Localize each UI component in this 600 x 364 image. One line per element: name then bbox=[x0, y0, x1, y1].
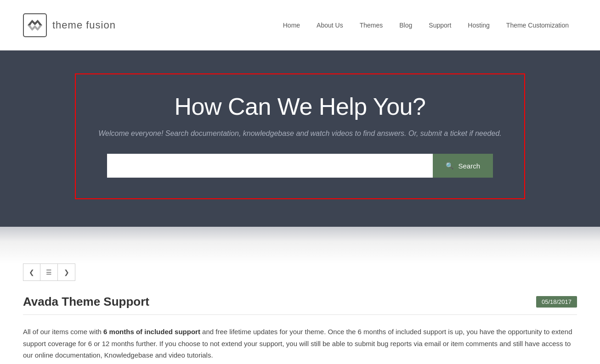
nav-theme-customization[interactable]: Theme Customization bbox=[498, 17, 577, 34]
logo-text: theme fusion bbox=[52, 19, 116, 31]
main-nav: Home About Us Themes Blog Support Hostin… bbox=[275, 17, 577, 34]
article-header: Avada Theme Support 05/18/2017 bbox=[23, 295, 577, 315]
search-button[interactable]: 🔍 Search bbox=[433, 154, 493, 178]
article-title: Avada Theme Support bbox=[23, 295, 149, 309]
hero-section: How Can We Help You? Welcome everyone! S… bbox=[0, 50, 600, 227]
nav-home[interactable]: Home bbox=[275, 17, 308, 34]
search-icon: 🔍 bbox=[446, 162, 453, 169]
hero-box: How Can We Help You? Welcome everyone! S… bbox=[75, 73, 525, 199]
hero-subtitle: Welcome everyone! Search documentation, … bbox=[98, 129, 502, 138]
site-header: theme fusion Home About Us Themes Blog S… bbox=[0, 0, 600, 50]
search-form: 🔍 Search bbox=[107, 154, 493, 178]
next-button[interactable]: ❯ bbox=[58, 263, 75, 281]
search-button-label: Search bbox=[458, 162, 480, 170]
search-input[interactable] bbox=[107, 154, 433, 178]
nav-themes[interactable]: Themes bbox=[351, 17, 391, 34]
article-body: All of our items come with 6 months of i… bbox=[23, 326, 577, 361]
logo[interactable]: theme fusion bbox=[23, 13, 116, 37]
hero-title: How Can We Help You? bbox=[175, 93, 426, 120]
article-body-start: All of our items come with bbox=[23, 328, 103, 336]
content-area: Avada Theme Support 05/18/2017 All of ou… bbox=[0, 295, 600, 364]
nav-hosting[interactable]: Hosting bbox=[459, 17, 498, 34]
logo-icon bbox=[23, 13, 47, 37]
article-body-bold: 6 months of included support bbox=[103, 328, 200, 336]
shadow-divider bbox=[0, 227, 600, 263]
list-button[interactable]: ☰ bbox=[40, 263, 58, 281]
controls-row: ❮ ☰ ❯ bbox=[0, 263, 600, 281]
nav-blog[interactable]: Blog bbox=[391, 17, 420, 34]
prev-button[interactable]: ❮ bbox=[23, 263, 40, 281]
article-date: 05/18/2017 bbox=[536, 296, 577, 308]
nav-about-us[interactable]: About Us bbox=[308, 17, 351, 34]
nav-support[interactable]: Support bbox=[420, 17, 459, 34]
